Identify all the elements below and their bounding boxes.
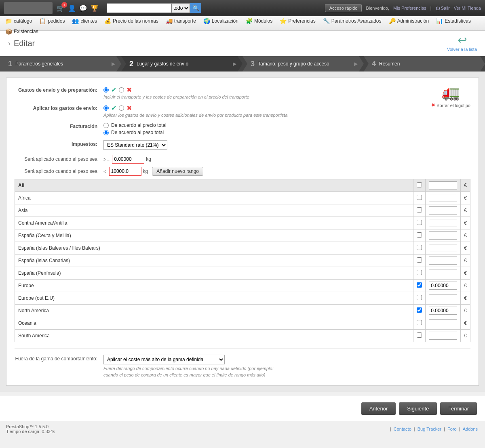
search-type-select[interactable]: todo <box>171 3 190 13</box>
kg-unit-1: kg <box>146 156 151 162</box>
step-1[interactable]: 1 Parámetros generales ▶ <box>0 56 121 72</box>
facturacion-row: Facturación De acuerdo al precio total D… <box>15 122 470 135</box>
zone-name: Africa <box>15 192 413 204</box>
top-icons: 🛒 1 👤 💬 🏆 <box>57 4 99 12</box>
salir-link[interactable]: ⏻Salir <box>436 6 450 11</box>
search-input[interactable] <box>107 3 171 13</box>
search-button[interactable]: 🔍 <box>190 3 201 13</box>
zone-name: Europe (out E.U) <box>15 292 413 305</box>
nav-administracion[interactable]: 🔑 Administración <box>386 16 432 26</box>
zone-value-input[interactable] <box>429 219 457 227</box>
terminar-button[interactable]: Terminar <box>440 402 477 415</box>
nav-clientes[interactable]: 👥 clientes <box>69 16 100 26</box>
back-arrow-icon: ↩ <box>458 35 467 46</box>
facturacion-item-2: De acuerdo al peso total <box>103 130 470 135</box>
comportamiento-control: Aplicar el coste más alto de la gama def… <box>103 355 274 377</box>
zone-value-input[interactable] <box>429 332 457 340</box>
zone-checkbox[interactable] <box>417 295 422 300</box>
nav-existencias[interactable]: 📦 Existencias <box>2 27 42 36</box>
gastos-no-radio[interactable] <box>119 87 124 93</box>
messages-icon[interactable]: 💬 <box>79 4 87 12</box>
nav-estadisticas[interactable]: 📊 Estadísticas <box>433 16 474 26</box>
facturacion-peso-radio[interactable] <box>103 130 109 135</box>
step-4[interactable]: 4 Resumen <box>364 56 485 72</box>
aplicar-no-radio[interactable] <box>119 105 124 111</box>
zone-value-input[interactable] <box>429 194 457 202</box>
facturacion-precio-radio[interactable] <box>103 123 109 128</box>
addons-link[interactable]: Addons <box>463 427 478 431</box>
siguiente-button[interactable]: Siguiente <box>399 402 437 415</box>
zone-checkbox[interactable] <box>417 207 422 212</box>
nav-localizacion[interactable]: 🌍 Localización <box>200 16 242 26</box>
contacto-link[interactable]: Contacto <box>394 427 411 431</box>
comportamiento-select[interactable]: Aplicar el coste más alto de la gama def… <box>103 355 225 364</box>
nav-pedidos[interactable]: 📋 pedidos <box>36 16 68 26</box>
main-content: 🚛 ✖ Borrar el logotipo Gastos de envío y… <box>0 72 485 392</box>
nav-modulos[interactable]: 🧩 Módulos <box>242 16 276 26</box>
zone-value-input[interactable] <box>429 319 457 327</box>
bottom-links: | Contacto | Bug Tracker | Foro | Addons <box>390 427 479 431</box>
zone-checkbox[interactable] <box>417 232 422 238</box>
zone-name: Oceania <box>15 317 413 330</box>
gastos-yes-radio[interactable] <box>103 87 109 93</box>
borrar-logotipo-button[interactable]: ✖ Borrar el logotipo <box>431 103 470 108</box>
zone-checkbox[interactable] <box>417 182 422 187</box>
impuestos-select[interactable]: ES Standard rate (21%) <box>103 140 167 150</box>
zone-value-input[interactable] <box>429 206 457 215</box>
zone-checkbox[interactable] <box>417 220 422 225</box>
nav-preferencias[interactable]: ⭐ Preferencias <box>276 16 318 26</box>
back-label: Volver a la lista <box>447 47 477 52</box>
nav-transporte[interactable]: 🚚 transporte <box>162 16 199 26</box>
zone-value-input[interactable] <box>429 282 457 290</box>
zone-value-input[interactable] <box>429 244 457 252</box>
step-3-label: Tamaño, peso y grupo de acceso <box>258 61 329 67</box>
acceso-rapido-button[interactable]: Acceso rápido <box>325 4 362 12</box>
zone-value-input[interactable] <box>429 269 457 277</box>
zone-value-input[interactable] <box>429 257 457 265</box>
zone-checkbox[interactable] <box>417 245 422 250</box>
catalogo-icon: 📁 <box>5 18 12 24</box>
delete-icon: ✖ <box>431 103 435 108</box>
zone-checkbox[interactable] <box>417 307 422 313</box>
zone-checkbox[interactable] <box>417 320 422 325</box>
foro-link[interactable]: Foro <box>447 427 457 431</box>
nav-catalogo[interactable]: 📁 catálogo <box>2 16 35 26</box>
zone-checkbox[interactable] <box>417 332 422 338</box>
bug-tracker-link[interactable]: Bug Tracker <box>418 427 441 431</box>
zone-checkbox[interactable] <box>417 195 422 200</box>
ver-mi-tienda-link[interactable]: Ver Mi Tienda <box>454 6 481 11</box>
facturacion-group: De acuerdo al precio total De acuerdo al… <box>103 122 470 135</box>
nav-precio-normas[interactable]: 💰 Precio de las normas <box>101 16 162 26</box>
users-icon[interactable]: 👤 <box>68 4 76 12</box>
impuestos-row: Impuestos: ES Standard rate (21%) <box>15 140 470 150</box>
footer-bar: Anterior Siguiente Terminar <box>0 396 485 421</box>
nav-parametros-avanzados[interactable]: 🔧 Parámetros Avanzados <box>320 16 385 26</box>
aplicar-control: ✔ ✖ Aplicar los gastos de envío y costes… <box>103 104 470 118</box>
step-3[interactable]: 3 Tamaño, peso y grupo de acceso ▶ <box>242 56 364 72</box>
zone-value-input[interactable] <box>429 181 457 189</box>
top-bar: 🛒 1 👤 💬 🏆 todo 🔍 Acceso rápido Bienvenid… <box>0 0 485 16</box>
cart-icon[interactable]: 🛒 1 <box>57 4 65 12</box>
mis-preferencias-link[interactable]: Mis Preferencias <box>393 6 426 11</box>
zone-value-input[interactable] <box>429 294 457 302</box>
anterior-button[interactable]: Anterior <box>361 402 396 415</box>
zone-checkbox[interactable] <box>417 270 422 275</box>
zone-checkbox[interactable] <box>417 257 422 263</box>
weight-lt-input[interactable] <box>109 167 141 176</box>
comportamiento-label: Fuera de la gama de comportamiento: <box>15 355 103 362</box>
weight-gte-input[interactable] <box>112 155 144 164</box>
add-range-button[interactable]: Añadir nuevo rango <box>152 167 203 176</box>
zone-checkbox[interactable] <box>417 282 422 288</box>
zone-value-input[interactable] <box>429 231 457 240</box>
trophy-icon[interactable]: 🏆 <box>91 4 99 12</box>
zone-value-input[interactable] <box>429 307 457 315</box>
back-to-list-button[interactable]: ↩ Volver a la lista <box>447 35 477 52</box>
step-2[interactable]: 2 Lugar y gastos de envío ▶ <box>121 56 242 72</box>
transporte-icon: 🚚 <box>166 18 173 24</box>
chevron-right-icon: › <box>8 39 11 48</box>
facturacion-item-1: De acuerdo al precio total <box>103 122 470 128</box>
aplicar-radio-group: ✔ ✖ <box>103 104 470 112</box>
lt-operator: < <box>103 168 107 175</box>
aplicar-yes-radio[interactable] <box>103 105 109 111</box>
aplicar-hint: Aplicar los gastos de envío y costes adi… <box>103 113 470 118</box>
